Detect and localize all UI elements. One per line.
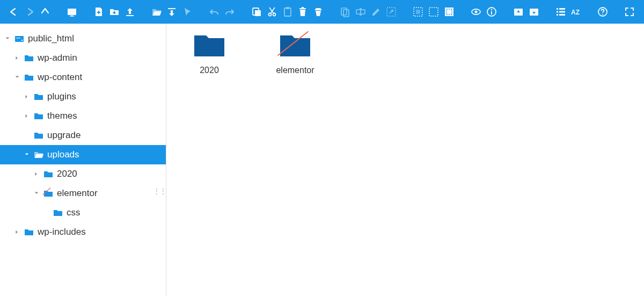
toolbar xyxy=(0,0,644,24)
tree-node-label: wp-includes xyxy=(38,227,86,237)
tree-node-label: css xyxy=(67,207,80,218)
tree-node-label: wp-admin xyxy=(38,53,77,63)
folder-icon xyxy=(43,169,54,179)
fullscreen-icon[interactable] xyxy=(624,6,635,18)
collapse-arrow-icon[interactable] xyxy=(33,190,40,197)
open-icon[interactable] xyxy=(151,6,162,18)
folder-open-icon xyxy=(33,149,44,160)
resize-icon xyxy=(386,6,397,18)
help-icon[interactable] xyxy=(597,6,609,18)
up-icon[interactable] xyxy=(40,6,51,18)
folder-icon xyxy=(33,91,44,102)
tree-node-label: elementor xyxy=(57,188,98,199)
expand-arrow-icon[interactable] xyxy=(14,229,20,235)
tree-node-2020[interactable]: 2020 xyxy=(0,164,166,184)
new-file-icon[interactable] xyxy=(93,6,105,18)
view-list-icon[interactable] xyxy=(555,6,566,18)
tree-node-plugins[interactable]: plugins xyxy=(0,87,166,106)
folder-tree-sidebar: public_htmlwp-adminwp-contentpluginsthem… xyxy=(0,24,166,296)
redo-icon xyxy=(224,6,236,18)
folder-icon xyxy=(33,130,44,141)
info-icon[interactable] xyxy=(486,6,497,18)
folder-item-elementor[interactable]: elementor xyxy=(263,31,327,75)
select-none-icon[interactable] xyxy=(428,6,440,18)
back-icon[interactable] xyxy=(9,6,20,18)
tree-node-wp-content[interactable]: wp-content xyxy=(0,68,166,87)
invert-selection-icon[interactable] xyxy=(444,6,455,18)
tree-node-label: public_html xyxy=(28,33,74,44)
tree-node-label: upgrade xyxy=(47,130,80,141)
select-all-icon[interactable] xyxy=(413,6,424,18)
tree-node-label: uploads xyxy=(47,149,79,160)
edit-icon xyxy=(370,6,382,18)
forward-icon xyxy=(24,6,35,18)
tree-node-css[interactable]: css xyxy=(0,203,166,222)
tree-node-public-html[interactable]: public_html xyxy=(0,29,166,48)
folder-contents: 2020elementor xyxy=(166,24,644,296)
tree-node-wp-includes[interactable]: wp-includes xyxy=(0,222,166,242)
undo-icon xyxy=(209,6,220,18)
expand-arrow-icon[interactable] xyxy=(24,93,30,100)
tree-node-wp-admin[interactable]: wp-admin xyxy=(0,48,166,68)
tree-node-elementor[interactable]: elementor xyxy=(0,184,166,203)
expand-arrow-icon[interactable] xyxy=(14,55,20,61)
folder-strike-icon xyxy=(43,188,54,199)
folder-icon xyxy=(24,72,34,83)
folder-strike-icon xyxy=(278,31,312,60)
copy-icon[interactable] xyxy=(251,6,262,18)
folder-item-label: 2020 xyxy=(200,66,219,75)
collapse-arrow-icon[interactable] xyxy=(4,35,11,42)
expand-arrow-icon[interactable] xyxy=(33,171,40,177)
sort-az-icon[interactable] xyxy=(570,6,582,18)
duplicate-icon xyxy=(340,6,351,18)
tree-node-label: 2020 xyxy=(57,169,77,179)
folder-icon xyxy=(33,111,44,121)
collapse-arrow-icon[interactable] xyxy=(24,151,30,158)
collapse-arrow-icon[interactable] xyxy=(14,74,20,81)
paste-icon xyxy=(282,6,293,18)
sidebar-resize-handle[interactable]: ⋮⋮ xyxy=(153,187,166,196)
folder-item-2020[interactable]: 2020 xyxy=(177,31,241,75)
image-up-icon[interactable] xyxy=(513,6,524,18)
rename-icon xyxy=(355,6,366,18)
folder-item-label: elementor xyxy=(276,66,314,75)
upload-icon[interactable] xyxy=(124,6,135,18)
tree-node-upgrade[interactable]: upgrade xyxy=(0,126,166,145)
cursor-icon xyxy=(182,6,193,18)
tree-node-label: wp-content xyxy=(38,72,82,83)
folder-icon xyxy=(192,31,226,60)
download-icon[interactable] xyxy=(166,6,178,18)
folder-icon xyxy=(24,227,34,237)
new-folder-icon[interactable] xyxy=(108,6,120,18)
preview-icon[interactable] xyxy=(471,6,482,18)
cut-icon[interactable] xyxy=(266,6,277,18)
tree-node-label: themes xyxy=(47,111,77,121)
disk-icon xyxy=(14,33,25,44)
folder-icon xyxy=(24,53,34,63)
empty-trash-icon[interactable] xyxy=(313,6,324,18)
folder-icon xyxy=(53,207,63,218)
tree-node-uploads[interactable]: uploads xyxy=(0,145,166,164)
netdrive-icon[interactable] xyxy=(67,6,78,18)
image-down-icon[interactable] xyxy=(528,6,539,18)
tree-node-label: plugins xyxy=(47,91,76,102)
expand-arrow-icon[interactable] xyxy=(24,113,30,119)
delete-icon[interactable] xyxy=(297,6,309,18)
tree-node-themes[interactable]: themes xyxy=(0,106,166,126)
